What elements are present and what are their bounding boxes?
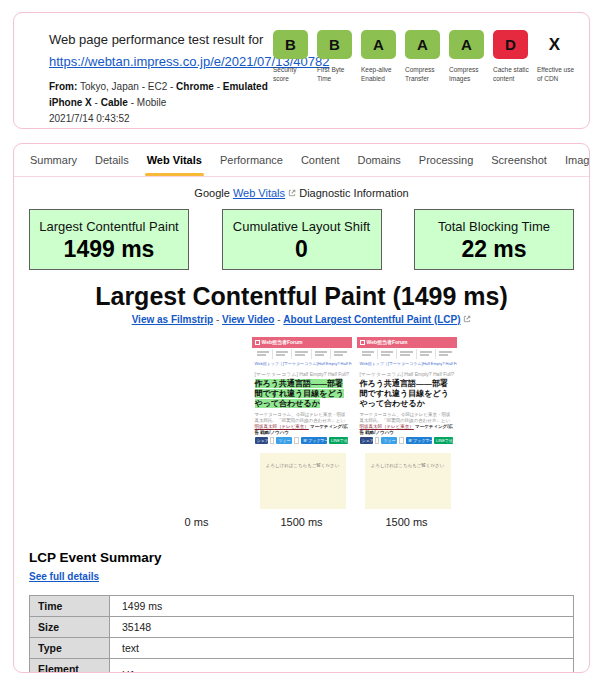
grade-badge: B xyxy=(273,30,308,59)
lcp-size-value: 35148 xyxy=(110,617,574,638)
filmstrip-frame-1500ms-highlighted: Web担当者Forum Web担トップ｜[マーケターコラム]Half Empty… xyxy=(252,337,352,528)
lcp-time-value: 1499 ms xyxy=(110,596,574,617)
grade-badge: B xyxy=(317,30,352,59)
metric-tbt-value: 22 ms xyxy=(415,236,573,263)
test-browser: Chrome xyxy=(176,81,214,92)
thumb-lede: マーケターコラム、今回はテレビ東京・明坂真太郎氏。「部署間の目線の合わせ方」とい… xyxy=(357,410,457,423)
site-logo-icon xyxy=(255,340,260,345)
line-share-button: LINEで送る xyxy=(329,437,349,444)
blank-frame xyxy=(147,337,247,509)
grade-badge: D xyxy=(493,30,528,59)
tab-bar: Summary Details Web Vitals Performance C… xyxy=(14,144,589,177)
metric-tbt: Total Blocking Time 22 ms xyxy=(414,209,574,270)
grade-keep-alive[interactable]: A Keep-alive Enabled xyxy=(361,30,402,83)
lcp-element-type-value: H1 xyxy=(110,659,574,674)
filmstrip-frame-0ms: 0 ms xyxy=(147,337,247,528)
tab-summary[interactable]: Summary xyxy=(21,144,86,176)
view-as-filmstrip-link[interactable]: View as Filmstrip xyxy=(132,314,214,325)
facebook-share-button: シェア xyxy=(360,437,373,444)
metric-cls: Cumulative Layout Shift 0 xyxy=(222,209,382,270)
lcp-summary-table: Time 1499 ms Size 35148 Type text Elemen… xyxy=(29,595,574,673)
lcp-summary-heading: LCP Event Summary xyxy=(29,550,574,565)
hatena-bookmark-button: B! ブックマーク xyxy=(406,437,432,444)
web-vitals-metrics: Largest Contentful Paint 1499 ms Cumulat… xyxy=(14,209,589,270)
tab-screenshot[interactable]: Screenshot xyxy=(482,144,556,176)
grade-badge: A xyxy=(361,30,396,59)
metric-lcp-value: 1499 ms xyxy=(30,236,188,263)
grade-badge: A xyxy=(449,30,484,59)
lcp-links-row: View as Filmstrip - View Video - About L… xyxy=(14,314,589,325)
grade-badges: B Security score B First Byte Time A Kee… xyxy=(273,30,581,83)
grade-badge: X xyxy=(537,30,572,59)
table-row: Time 1499 ms xyxy=(30,596,574,617)
test-timestamp: 2021/7/14 0:43:52 xyxy=(49,113,294,124)
grade-security-score[interactable]: B Security score xyxy=(273,30,314,83)
page-thumbnail-lcp-highlight: Web担当者Forum Web担トップ｜[マーケターコラム]Half Empty… xyxy=(252,337,352,509)
line-share-button: LINEで送る xyxy=(434,437,454,444)
thumb-byline: 明坂真太郎（テレビ東京） マーケティング/広告 戦略/ノウハウ xyxy=(252,423,352,435)
from-label: From: xyxy=(49,81,77,92)
test-result-card: Web page performance test result for htt… xyxy=(13,12,590,129)
tab-content[interactable]: Content xyxy=(292,144,349,176)
thumb-site-header: Web担当者Forum xyxy=(357,337,457,348)
page-thumbnail: Web担当者Forum Web担トップ｜[マーケターコラム]Half Empty… xyxy=(357,337,457,509)
grade-cdn: X Effective use of CDN xyxy=(537,30,578,83)
thumb-promo-box: よろしければこちらもご覧ください xyxy=(260,453,346,509)
thumb-promo-box: よろしければこちらもご覧ください xyxy=(365,453,451,509)
lcp-type-value: text xyxy=(110,638,574,659)
thumb-caption: [マーケターコラム] Half Empty? Half Full? xyxy=(357,367,457,379)
filmstrip-frame-1500ms: Web担当者Forum Web担トップ｜[マーケターコラム]Half Empty… xyxy=(357,337,457,528)
grade-cache-static[interactable]: D Cache static content xyxy=(493,30,534,83)
lcp-section-heading: Largest Contentful Paint (1499 ms) xyxy=(14,282,589,311)
thumb-nav-placeholder xyxy=(357,348,457,360)
external-link-icon xyxy=(288,189,296,197)
thumb-social-buttons: シェア ツイート B! ブックマーク LINEで送る xyxy=(252,435,352,444)
thumb-article-title: 作ろう共通言語——部署間ですれ違う目線をどうやって合わせるか xyxy=(357,379,457,410)
grade-compress-images[interactable]: A Compress Images xyxy=(449,30,490,83)
tab-domains[interactable]: Domains xyxy=(348,144,409,176)
table-row: Element Type H1 xyxy=(30,659,574,674)
test-location: Tokyo, Japan - EC2 - xyxy=(77,81,176,92)
grade-first-byte-time[interactable]: B First Byte Time xyxy=(317,30,358,83)
tab-details[interactable]: Details xyxy=(86,144,138,176)
view-video-link[interactable]: View Video xyxy=(222,314,274,325)
thumb-breadcrumb: Web担トップ｜[マーケターコラム]Half Empty? Half Full?… xyxy=(252,360,352,367)
lcp-highlight: 作ろう共通言語——部署間ですれ違う目線をどうやって合わせるか xyxy=(255,379,344,408)
facebook-share-button: シェア xyxy=(255,437,268,444)
test-connection: Cable xyxy=(101,97,128,108)
twitter-tweet-button: ツイート xyxy=(276,437,292,444)
thumb-lede: マーケターコラム、今回はテレビ東京・明坂真太郎氏。「部署間の目線の合わせ方」とい… xyxy=(252,410,352,423)
test-mobile-suffix: - Mobile xyxy=(128,97,166,108)
lcp-event-summary: LCP Event Summary See full details Time … xyxy=(14,550,589,673)
thumb-social-buttons: シェア ツイート B! ブックマーク LINEで送る xyxy=(357,435,457,444)
tab-web-vitals[interactable]: Web Vitals xyxy=(138,144,211,176)
grade-badge: A xyxy=(405,30,440,59)
tab-performance[interactable]: Performance xyxy=(211,144,292,176)
thumb-breadcrumb: Web担トップ｜[マーケターコラム]Half Empty? Half Full?… xyxy=(357,360,457,367)
results-card: Summary Details Web Vitals Performance C… xyxy=(13,143,590,673)
web-vitals-link[interactable]: Web Vitals xyxy=(233,187,285,199)
hatena-bookmark-button: B! ブックマーク xyxy=(301,437,327,444)
tab-processing[interactable]: Processing xyxy=(410,144,482,176)
external-link-icon xyxy=(463,315,471,323)
thumb-byline: 明坂真太郎（テレビ東京） マーケティング/広告 戦略/ノウハウ xyxy=(357,423,457,435)
test-info: Web page performance test result for htt… xyxy=(49,32,294,124)
google-web-vitals-line: Google Web Vitals Diagnostic Information xyxy=(14,187,589,199)
about-lcp-link[interactable]: About Largest Contentful Paint (LCP) xyxy=(283,314,460,325)
see-full-details-link[interactable]: See full details xyxy=(29,571,99,582)
page-title: Web page performance test result for xyxy=(49,32,294,47)
table-row: Type text xyxy=(30,638,574,659)
test-location-line: From: Tokyo, Japan - EC2 - Chrome - Emul… xyxy=(49,79,294,110)
grade-compress-transfer[interactable]: A Compress Transfer xyxy=(405,30,446,83)
metric-lcp: Largest Contentful Paint 1499 ms xyxy=(29,209,189,270)
thumb-site-header: Web担当者Forum xyxy=(252,337,352,348)
metric-cls-value: 0 xyxy=(223,236,381,263)
twitter-tweet-button: ツイート xyxy=(381,437,397,444)
lcp-filmstrip: 0 ms Web担当者Forum Web担トップ｜[マーケターコラム]Half … xyxy=(14,337,589,528)
thumb-caption: [マーケターコラム] Half Empty? Half Full? xyxy=(252,367,352,379)
site-logo-icon xyxy=(360,340,365,345)
thumb-nav-placeholder xyxy=(252,348,352,360)
tab-image-analysis[interactable]: Image Analysis xyxy=(556,144,590,176)
thumb-article-title: 作ろう共通言語——部署間ですれ違う目線をどうやって合わせるか xyxy=(252,379,352,410)
table-row: Size 35148 xyxy=(30,617,574,638)
